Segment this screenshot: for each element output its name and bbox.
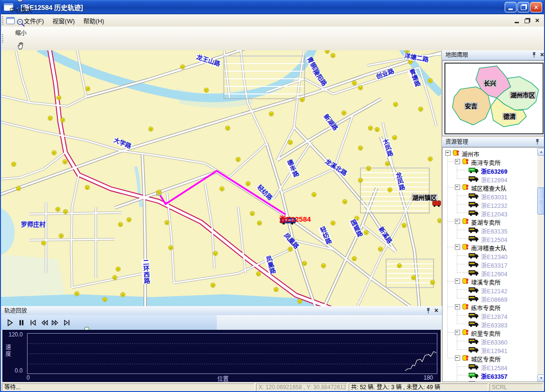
vehicle-marker-icon[interactable] [127,217,131,222]
vehicle-marker-icon[interactable] [274,287,278,292]
toolbar-grip[interactable] [2,34,3,43]
vehicle-marker-icon[interactable] [288,247,293,252]
tree-item[interactable]: 浙E12894 [443,174,537,183]
tree-collapse-icon[interactable] [455,244,460,250]
tree-item[interactable]: 浙E63360 [443,336,537,345]
tree-item[interactable]: 南浔专卖所 [443,157,537,166]
vehicle-marker-icon[interactable] [120,292,125,297]
tree-item[interactable]: 浙E63317 [443,260,537,268]
tree-item[interactable]: 浙E63357 [443,371,537,379]
tree-item[interactable]: 浙E12043 [443,208,537,217]
vehicle-marker-icon[interactable] [269,112,274,116]
tree-collapse-icon[interactable] [455,279,460,284]
vehicle-marker-icon[interactable] [331,221,335,225]
vehicle-marker-icon[interactable] [437,218,441,223]
vehicle-marker-icon[interactable] [385,161,390,166]
vehicle-marker-icon[interactable] [118,222,123,227]
vehicle-marker-icon[interactable] [168,245,173,250]
playback-fast-forward-button[interactable] [50,317,61,328]
pin-icon[interactable] [535,139,540,145]
scroll-down-icon[interactable]: ▼ [537,374,545,382]
tree-item[interactable]: 城区稽查大队 [443,183,537,191]
tree-collapse-icon[interactable] [455,355,460,361]
tree-item[interactable]: 湖州市 [443,149,537,157]
playback-rewind-button[interactable] [38,317,49,328]
overview-map[interactable]: 长兴湖州市区安吉德清 [442,60,545,136]
tree-scrollbar[interactable]: ▲ ▼ [537,148,545,382]
tree-item[interactable]: 南浔稽查大队 [443,243,537,251]
map-viewport[interactable]: 龙王山路青铜路洋塘二路青塘路创业路陵阳路新湖路大学路德丰路龙溪北路轻纺路轻纺路凤… [1,50,442,306]
vehicle-marker-icon[interactable] [112,275,117,280]
tree-item[interactable]: 浙E12504 [443,234,537,243]
vehicle-marker-icon[interactable] [358,146,363,150]
vehicle-marker-icon[interactable] [246,181,250,186]
vehicle-marker-icon[interactable] [165,220,169,225]
vehicle-marker-icon[interactable] [411,275,416,280]
vehicle-marker-icon[interactable] [352,256,357,261]
vehicle-marker-icon[interactable] [180,65,185,69]
vehicle-marker-icon[interactable] [288,140,293,145]
minimize-button[interactable] [505,2,517,12]
vehicle-marker-icon[interactable] [342,199,347,204]
vehicle-marker-icon[interactable] [366,166,371,171]
tree-item[interactable]: 浙E63269 [443,166,537,174]
vehicle-marker-icon[interactable] [352,81,357,85]
vehicle-marker-icon[interactable] [213,251,218,256]
tree-item[interactable]: 浙E12904 [443,268,537,277]
vehicle-marker-icon[interactable] [402,223,406,228]
vehicle-marker-icon[interactable] [368,126,373,131]
playback-pause-button[interactable] [16,317,27,328]
tree-collapse-icon[interactable] [455,304,460,309]
vehicle-marker-icon[interactable] [321,263,326,268]
resource-tree[interactable]: 湖州市南浔专卖所浙E63269浙E12894城区稽查大队浙E63031浙E122… [442,147,545,382]
vehicle-marker-icon[interactable] [428,157,433,161]
vehicle-marker-icon[interactable] [60,118,65,122]
vehicle-marker-icon[interactable] [148,127,153,131]
vehicle-marker-icon[interactable] [375,127,379,132]
mdi-minimize-icon[interactable] [515,22,519,23]
tree-item[interactable]: 埭溪专卖所 [443,277,537,285]
tree-item[interactable]: 浙E12232 [443,200,537,208]
vehicle-marker-icon[interactable] [236,157,240,162]
vehicle-marker-icon[interactable] [74,291,79,296]
vehicle-marker-icon[interactable] [364,230,369,235]
close-icon[interactable]: × [434,307,438,314]
vehicle-marker-icon[interactable] [428,78,433,83]
vehicle-marker-icon[interactable] [52,150,56,155]
vehicle-marker-icon[interactable] [204,88,209,93]
tree-item[interactable]: 织里专卖所 [443,328,537,336]
menu-window[interactable]: 视窗(W) [48,15,79,27]
tree-item[interactable]: 浙E12874 [443,311,537,319]
restore-button[interactable] [517,2,529,12]
vehicle-marker-icon[interactable] [302,261,307,266]
toolbar-button-zoom-out[interactable]: 缩小 [6,16,36,38]
pin-icon[interactable] [531,52,537,58]
vehicle-marker-icon[interactable] [358,85,363,90]
playback-play-button[interactable] [4,317,15,328]
tree-collapse-icon[interactable] [455,185,460,190]
tree-item[interactable]: 浙E12584 [443,362,537,371]
vehicle-marker-icon[interactable] [325,50,330,54]
vehicle-marker-icon[interactable] [85,86,90,91]
playback-skip-start-button[interactable] [27,317,38,328]
scrollbar-thumb[interactable] [537,187,545,215]
tree-collapse-icon[interactable] [455,330,460,335]
tree-item[interactable]: 浙E12340 [443,251,537,260]
toolbar-button-zoom-center[interactable]: 中心放大 [6,0,36,16]
vehicle-marker-icon[interactable] [85,185,90,190]
vehicle-marker-icon[interactable] [397,263,402,268]
vehicle-marker-icon[interactable] [331,53,335,58]
close-button[interactable]: ✕ [530,2,542,12]
map-canvas[interactable] [1,50,441,306]
mdi-restore-icon[interactable] [525,19,529,23]
vehicle-marker-icon[interactable] [418,107,423,112]
tree-item[interactable]: 浙E08669 [443,294,537,302]
vehicle-marker-icon[interactable] [102,297,107,302]
vehicle-marker-icon[interactable] [116,267,120,271]
vehicle-marker-icon[interactable] [41,241,46,245]
vehicle-marker-icon[interactable] [378,247,383,252]
vehicle-marker-icon[interactable] [59,233,64,238]
vehicle-marker-icon[interactable] [392,135,397,140]
vehicle-marker-icon[interactable] [342,111,346,115]
vehicle-marker-icon[interactable] [11,162,16,167]
